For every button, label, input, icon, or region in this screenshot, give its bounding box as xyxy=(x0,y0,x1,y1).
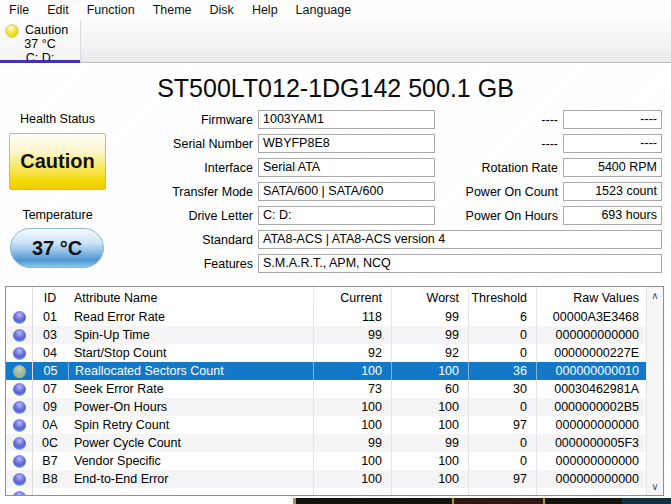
table-row[interactable]: B7Vendor Specific1001000000000000000 xyxy=(6,452,646,470)
field-value: WBYFP8E8 xyxy=(258,134,435,153)
cell-raw: 0000000005F3 xyxy=(536,434,646,452)
cell-raw xyxy=(536,488,646,496)
menu-item-disk[interactable]: Disk xyxy=(201,3,243,17)
status-orb-good-icon xyxy=(13,491,26,497)
health-status-badge[interactable]: Caution xyxy=(9,133,106,190)
status-orb-caution-icon xyxy=(13,365,26,378)
crystaldiskinfo-window: FileEditFunctionThemeDiskHelpLanguage Ca… xyxy=(0,0,671,504)
table-row[interactable]: 04Start/Stop Count9292000000000227E xyxy=(6,344,646,362)
field-value: 1003YAM1 xyxy=(258,110,435,129)
table-row[interactable]: B8End-to-End Error10010097000000000000 xyxy=(6,470,646,488)
info-row: Serial NumberWBYFP8E8 xyxy=(130,134,435,153)
cell-raw: 0000000002B5 xyxy=(536,398,646,416)
cell-name: Power-On Hours xyxy=(68,398,313,416)
cell-name: Seek Error Rate xyxy=(68,380,313,398)
smart-table-header: ID Attribute Name Current Worst Threshol… xyxy=(6,287,646,308)
cell-current: 92 xyxy=(313,344,391,362)
cell-name: Power Cycle Count xyxy=(68,434,313,452)
cell-current: 100 xyxy=(313,416,391,434)
header-status xyxy=(6,287,32,308)
table-row[interactable]: 0CPower Cycle Count999900000000005F3 xyxy=(6,434,646,452)
cell-status xyxy=(6,398,32,416)
chevron-up-icon[interactable]: ∧ xyxy=(647,287,663,304)
cell-threshold: 97 xyxy=(468,470,536,488)
menu-item-file[interactable]: File xyxy=(0,3,38,17)
temperature-badge[interactable]: 37 °C xyxy=(10,228,104,268)
smart-table-body: 01Read Error Rate11899600000A3E346803Spi… xyxy=(6,308,663,496)
field-label: Transfer Mode xyxy=(130,185,258,199)
menu-item-theme[interactable]: Theme xyxy=(144,3,201,17)
header-current: Current xyxy=(313,287,391,308)
cell-id: 0A xyxy=(32,416,68,434)
cell-threshold: 0 xyxy=(468,434,536,452)
info-row: Power On Hours693 hours xyxy=(440,206,662,225)
table-row[interactable]: 09Power-On Hours10010000000000002B5 xyxy=(6,398,646,416)
cell-status xyxy=(6,380,32,398)
drive-tab[interactable]: Caution 37 °C C: D: xyxy=(0,20,81,62)
table-row[interactable]: 0ASpin Retry Count10010097000000000000 xyxy=(6,416,646,434)
menu-item-help[interactable]: Help xyxy=(243,3,287,17)
cell-current xyxy=(313,488,391,496)
field-label: Rotation Rate xyxy=(440,161,563,175)
cell-threshold: 36 xyxy=(468,362,536,380)
field-value: 5400 RPM xyxy=(563,158,662,177)
drive-tab-letters: C: D: xyxy=(0,51,80,65)
cell-status xyxy=(6,416,32,434)
caution-status-icon xyxy=(5,24,19,38)
cell-id: B8 xyxy=(32,470,68,488)
info-row: -------- xyxy=(440,134,662,153)
cell-id: B7 xyxy=(32,452,68,470)
info-row: Firmware1003YAM1 xyxy=(130,110,435,129)
field-value: Serial ATA xyxy=(258,158,435,177)
main-panel: ST500LT012-1DG142 500.1 GB Health Status… xyxy=(0,64,671,504)
cell-id xyxy=(32,488,68,496)
cell-name xyxy=(68,488,313,496)
table-row[interactable] xyxy=(6,488,646,496)
info-row: InterfaceSerial ATA xyxy=(130,158,435,177)
cell-threshold xyxy=(468,488,536,496)
menu-item-function[interactable]: Function xyxy=(78,3,144,17)
menu-item-language[interactable]: Language xyxy=(287,3,361,17)
table-scrollbar[interactable]: ∧ ∨ xyxy=(646,287,663,495)
info-row: StandardATA8-ACS | ATA8-ACS version 4 xyxy=(130,230,662,249)
cell-current: 73 xyxy=(313,380,391,398)
field-label: ---- xyxy=(440,113,563,127)
cell-status xyxy=(6,326,32,344)
table-row[interactable]: 01Read Error Rate11899600000A3E3468 xyxy=(6,308,646,326)
info-row: Transfer ModeSATA/600 | SATA/600 xyxy=(130,182,435,201)
cell-raw: 000000000000 xyxy=(536,470,646,488)
status-orb-good-icon xyxy=(13,473,26,486)
cell-raw: 000000000000 xyxy=(536,416,646,434)
health-status-label: Health Status xyxy=(9,112,106,126)
info-row: FeaturesS.M.A.R.T., APM, NCQ xyxy=(130,254,662,273)
cell-worst: 60 xyxy=(391,380,468,398)
field-label: Interface xyxy=(130,161,258,175)
table-row[interactable]: 05Reallocated Sectors Count1001003600000… xyxy=(6,362,646,380)
info-row: Rotation Rate5400 RPM xyxy=(440,158,662,177)
field-label: Power On Count xyxy=(440,185,563,199)
cell-threshold: 0 xyxy=(468,344,536,362)
cell-worst: 92 xyxy=(391,344,468,362)
menu-item-edit[interactable]: Edit xyxy=(38,3,78,17)
info-left: Firmware1003YAM1Serial NumberWBYFP8E8Int… xyxy=(130,110,435,230)
cell-name: Reallocated Sectors Count xyxy=(68,362,313,380)
status-orb-good-icon xyxy=(13,329,26,342)
cell-raw: 00000A3E3468 xyxy=(536,308,646,326)
table-row[interactable]: 03Spin-Up Time99990000000000000 xyxy=(6,326,646,344)
table-row[interactable]: 07Seek Error Rate73603000030462981A xyxy=(6,380,646,398)
cell-status xyxy=(6,488,32,496)
cell-current: 100 xyxy=(313,470,391,488)
chevron-down-icon[interactable]: ∨ xyxy=(647,478,663,495)
status-orb-good-icon xyxy=(13,347,26,360)
header-id: ID xyxy=(32,287,68,308)
cell-worst: 99 xyxy=(391,326,468,344)
cell-current: 100 xyxy=(313,398,391,416)
info-wide: StandardATA8-ACS | ATA8-ACS version 4Fea… xyxy=(130,230,662,278)
field-label: Power On Hours xyxy=(440,209,563,223)
drive-tab-strip: Caution 37 °C C: D: xyxy=(0,20,671,63)
cell-threshold: 97 xyxy=(468,416,536,434)
cell-name: Read Error Rate xyxy=(68,308,313,326)
cell-name: Vendor Specific xyxy=(68,452,313,470)
cell-name: Spin Retry Count xyxy=(68,416,313,434)
cell-current: 99 xyxy=(313,434,391,452)
